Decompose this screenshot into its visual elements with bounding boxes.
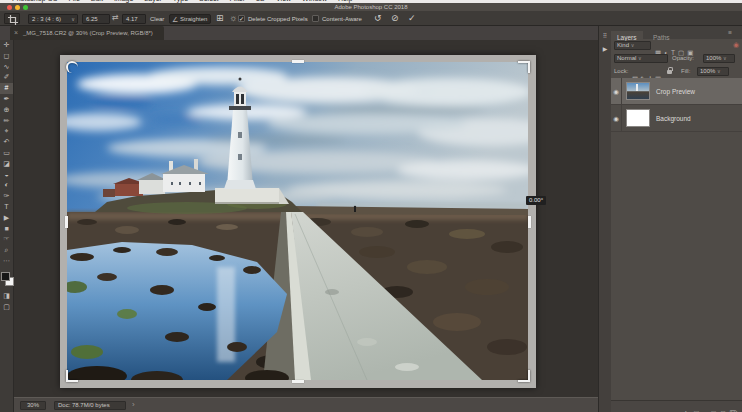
path-selection-tool-icon[interactable]: ▶ [0, 213, 13, 224]
crop-corner-handle-topright[interactable] [518, 61, 530, 73]
crop-settings-gear-icon[interactable]: ☼ [229, 13, 237, 24]
crop-height-field[interactable]: 4.17 [122, 14, 146, 24]
chevron-down-icon: ∨ [71, 15, 75, 23]
crop-icon [8, 15, 18, 25]
menu-item[interactable]: Edit [91, 0, 103, 2]
quick-mask-icon[interactable]: ◨ [0, 292, 13, 300]
layer-row-background[interactable]: ◉ Background [611, 105, 742, 132]
window-zoom-button[interactable] [23, 5, 28, 10]
healing-brush-tool-icon[interactable]: ⊕ [0, 105, 13, 116]
move-tool-icon[interactable]: ✛ [0, 40, 13, 51]
filter-toggle-icon[interactable]: ◉ [733, 41, 739, 49]
menu-item[interactable]: Photoshop CC [12, 0, 58, 2]
fill-dropdown[interactable]: 100% ∨ [697, 67, 729, 76]
document-window[interactable] [60, 55, 536, 388]
cancel-crop-icon[interactable]: ⊘ [391, 12, 399, 24]
crop-ratio-dropdown[interactable]: 2 : 3 (4 : 6) ∨ [28, 14, 78, 24]
type-tool-icon[interactable]: T [0, 202, 13, 213]
collapsed-panels-icon[interactable]: ⠿ [599, 32, 611, 39]
lock-all-icon[interactable] [667, 70, 672, 74]
layer-thumbnail[interactable] [626, 82, 650, 100]
lighthouse-photo[interactable] [67, 62, 528, 380]
close-tab-icon[interactable]: × [14, 26, 18, 40]
menu-item[interactable]: Select [199, 0, 218, 2]
menu-item[interactable]: Layer [144, 0, 162, 2]
history-brush-tool-icon[interactable]: ↶ [0, 137, 13, 148]
layer-thumbnail[interactable] [626, 109, 650, 127]
layer-name[interactable]: Crop Preview [656, 78, 695, 105]
screen-mode-icon[interactable]: ▢ [0, 303, 13, 311]
delete-cropped-pixels-label[interactable]: Delete Cropped Pixels [248, 14, 308, 24]
content-aware-label[interactable]: Content-Aware [322, 14, 362, 24]
commit-crop-icon[interactable]: ✓ [408, 12, 416, 24]
menu-item[interactable]: Image [114, 0, 133, 2]
crop-edge-handle-left[interactable] [65, 216, 68, 228]
window-close-button[interactable] [7, 5, 12, 10]
straighten-icon: ∠ [172, 15, 178, 24]
delete-cropped-pixels-checkbox[interactable]: ✓ [238, 15, 245, 22]
menu-item[interactable]: Window [302, 0, 327, 2]
blend-opacity-row: Normal ∨ Opacity: 100% ∨ [611, 52, 742, 65]
crop-width-field[interactable]: 6.25 [82, 14, 110, 24]
menu-item[interactable]: Filter [230, 0, 246, 2]
menu-item[interactable]: 3D [256, 0, 265, 2]
blur-tool-icon[interactable]: ◒ [0, 170, 13, 181]
menu-item[interactable]: File [69, 0, 80, 2]
swap-width-height-icon[interactable]: ⇄ [112, 13, 119, 22]
menu-item[interactable]: Help [338, 0, 352, 2]
shape-tool-icon[interactable]: ■ [0, 224, 13, 235]
brush-tool-icon[interactable]: ✏ [0, 116, 13, 127]
fill-label: Fill: [681, 68, 690, 74]
layer-name[interactable]: Background [656, 105, 691, 132]
blend-mode-dropdown[interactable]: Normal ∨ [614, 54, 668, 63]
tool-buttons: ✛◻∿✐#✒⊕✏⌖↶▭◪◒◐✑T▶■☞⌕⋯ [0, 40, 13, 267]
crop-corner-handle-bottomleft[interactable] [66, 370, 78, 382]
layers-panel-footer: ∞fx▣◐▢⊞⌦ [611, 400, 742, 412]
chevron-down-icon: ∨ [723, 55, 727, 61]
clear-button[interactable]: Clear [150, 14, 164, 24]
crop-edge-handle-right[interactable] [528, 216, 531, 228]
gradient-tool-icon[interactable]: ◪ [0, 159, 13, 170]
menu-item[interactable]: Type [173, 0, 188, 2]
pen-tool-icon[interactable]: ✑ [0, 191, 13, 202]
layer-visibility-eye-icon[interactable]: ◉ [611, 105, 622, 132]
expand-panel-icon[interactable]: ▶ [599, 45, 611, 52]
layer-row-crop-preview[interactable]: ◉ Crop Preview [611, 78, 742, 105]
menu-item[interactable]: View [276, 0, 291, 2]
window-minimize-button[interactable] [15, 5, 20, 10]
status-bar: 30% Doc: 78.7M/0 bytes › [14, 397, 598, 412]
collapsed-panel-dock: ⠿▶ [598, 26, 611, 412]
layer-visibility-eye-icon[interactable]: ◉ [611, 78, 622, 105]
tools-panel: ✛◻∿✐#✒⊕✏⌖↶▭◪◒◐✑T▶■☞⌕⋯ ◨ ▢ [0, 40, 14, 412]
chevron-down-icon: ∨ [717, 68, 721, 74]
clone-stamp-tool-icon[interactable]: ⌖ [0, 126, 13, 137]
opacity-dropdown[interactable]: 100% ∨ [703, 54, 735, 63]
crop-overlay-options-icon[interactable]: ⊞ [216, 13, 224, 24]
eyedropper-tool-icon[interactable]: ✒ [0, 94, 13, 105]
content-aware-checkbox[interactable] [312, 15, 319, 22]
hand-tool-icon[interactable]: ☞ [0, 234, 13, 245]
eraser-tool-icon[interactable]: ▭ [0, 148, 13, 159]
marquee-tool-icon[interactable]: ◻ [0, 51, 13, 62]
foreground-color-swatch[interactable] [1, 272, 10, 281]
straighten-button[interactable]: ∠ Straighten [169, 14, 211, 24]
crop-tool-icon[interactable]: # [0, 83, 13, 94]
filter-kind-dropdown[interactable]: Kind ∨ [614, 41, 651, 50]
dodge-tool-icon[interactable]: ◐ [0, 180, 13, 191]
crop-edge-handle-top[interactable] [292, 60, 304, 63]
zoom-level-field[interactable]: 30% [20, 401, 46, 410]
status-options-chevron-icon[interactable]: › [132, 400, 135, 409]
document-tab-bar: × _MG_7518.CR2 @ 30% (Crop Preview, RGB/… [0, 26, 598, 40]
crop-corner-handle-bottomright[interactable] [518, 370, 530, 382]
crop-edge-handle-bottom[interactable] [292, 380, 304, 383]
reset-crop-icon[interactable]: ↺ [374, 12, 382, 24]
zoom-tool-icon[interactable]: ⌕ [0, 245, 13, 256]
edit-toolbar-icon[interactable]: ⋯ [0, 256, 13, 267]
panel-menu-icon[interactable]: ≡ [722, 26, 738, 39]
lock-fill-row: Lock: ▨✎✛▣ Fill: 100% ∨ [611, 65, 742, 78]
quick-selection-tool-icon[interactable]: ✐ [0, 72, 13, 83]
crop-tool-preset-button[interactable] [4, 13, 20, 24]
crop-corner-handle-topleft[interactable] [66, 61, 78, 73]
lasso-tool-icon[interactable]: ∿ [0, 62, 13, 73]
document-tab[interactable]: × _MG_7518.CR2 @ 30% (Crop Preview, RGB/… [10, 26, 164, 40]
